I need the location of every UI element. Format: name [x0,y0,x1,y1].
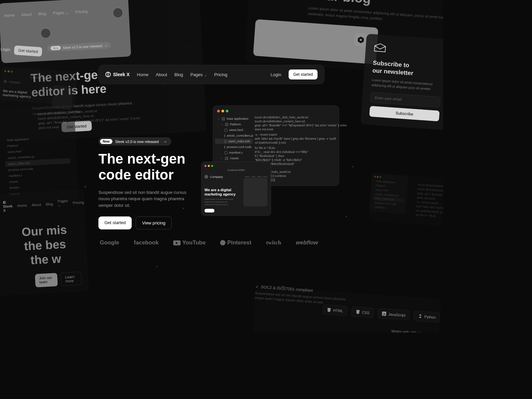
background-code-panel-right: Saas application Platform views.html art… [368,173,443,227]
soc-title: ✓ SOC2 & ISO27001 compliant Suspendisse … [255,284,355,307]
nav-pricing[interactable]: Pricing [214,72,227,77]
get-started-button[interactable]: Get started [98,216,132,229]
subscribe-button[interactable]: Subscribe [369,106,440,121]
background-browser-small: localhost:8080 Company We are a digitalm… [0,66,77,105]
envelope-icon [374,43,386,53]
code-line: touch dirA/dirB/other_content_here.txt [38,115,68,121]
nav-pages[interactable]: Pages ⌄ [191,72,207,77]
main-hero-section: Sleek X Home About Blog Pages ⌄ Pricing … [98,65,325,229]
arrow-right-icon: → [163,139,167,144]
avatar-icon [3,80,7,83]
get-started-button[interactable]: Get started [289,69,318,79]
nav-pages[interactable]: Pages ⌄ [58,199,68,208]
lang-badge-css: CSS [351,306,374,318]
logo-facebook: facebook [134,239,159,246]
logo-twitch: twitch [266,239,281,246]
soc-desc: Suspendisse sed sit non blandit augue cu… [255,291,355,307]
company-name: Company [9,80,20,84]
new-badge: New [100,139,112,144]
lang-badge-python: Python [413,311,440,323]
nav-about[interactable]: About [156,72,167,77]
nav-home[interactable]: Home [17,203,27,208]
background-mission-panel: ◐ Sleek X Home About Blog Pages ⌄ Pricin… [0,189,89,298]
pinterest-icon [220,240,225,245]
nav-pricing[interactable]: Pricing [73,200,84,205]
code-line: does not exist [39,125,68,130]
brand-logo[interactable]: ◐ Sleek X [3,200,13,212]
chevron-down-icon: ⌄ [203,73,207,77]
logo-pinterest: Pinterest [220,239,251,246]
youtube-icon [173,240,181,245]
mission-title: Our misthe besthe w [9,222,81,268]
email-input[interactable] [370,92,441,108]
svg-text:JS: JS [383,313,386,316]
brand-logo[interactable]: Sleek X [105,72,130,77]
lang-badge-js: JSJavaScript [377,308,410,321]
nav-blog[interactable]: Blog [175,72,183,77]
hero-title: The next-gencode editor [98,151,325,183]
partner-logos: Google facebook YouTube Pinterest twitch… [100,239,318,246]
release-pill[interactable]: New Sleek v2.0 is now released → [98,137,171,146]
join-team-button[interactable]: Join our team [35,273,58,287]
login-link[interactable]: Login [0,47,10,52]
hero-desc: Suspendisse sed sit non blandit augue cu… [98,189,198,209]
code-line: touch dirA/dirB/dirA_dirB_hello_world.tx… [38,111,67,116]
nav-blog[interactable]: Blog [46,202,53,206]
image-placeholder [52,85,73,110]
logo-icon [105,72,111,77]
nav-home[interactable]: Home [137,72,149,77]
get-started-button[interactable]: Get started [14,45,42,57]
avatar [112,7,124,19]
lang-badge-html: HTML [322,304,348,316]
code-line: grep -qFx "$needle" <<< "${haystack//./$… [38,120,68,125]
background-feature-panel: ✓ SOC2 & ISO27001 compliant Suspendisse … [252,286,441,332]
blog-card[interactable] [253,19,378,65]
code-line: for file in *.fil;do [416,213,443,219]
works-with-languages: Works with 100+ languages [391,329,436,332]
main-navbar: Sleek X Home About Blog Pages ⌄ Pricing … [98,65,325,84]
avatar [40,27,52,39]
logo-youtube: YouTube [173,239,205,246]
learn-more-button[interactable]: Learn more [61,271,82,286]
logo-google: Google [100,239,119,246]
view-pricing-button[interactable]: View pricing [136,216,172,229]
login-link[interactable]: Login [271,72,281,77]
logo-webflow: webflow [296,239,318,246]
nav-about[interactable]: About [32,202,41,206]
